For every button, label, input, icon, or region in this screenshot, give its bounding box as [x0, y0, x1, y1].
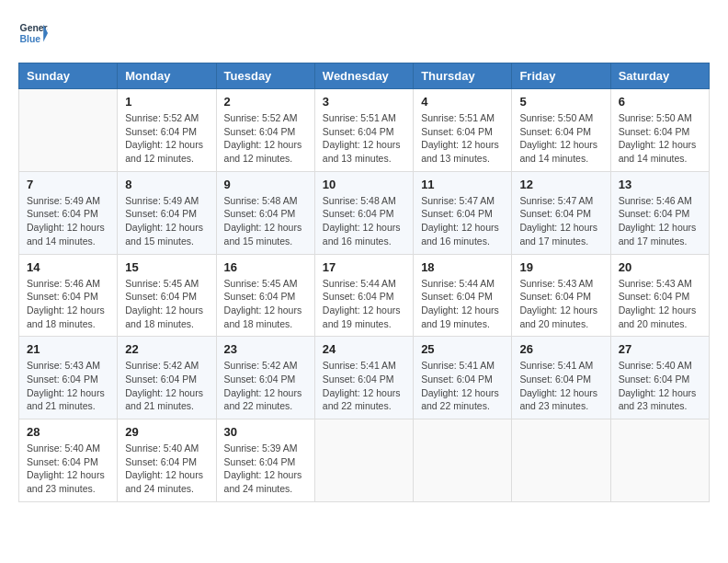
day-info: Sunrise: 5:51 AM Sunset: 6:04 PM Dayligh…: [421, 111, 504, 166]
day-number: 14: [27, 260, 109, 274]
calendar-day-cell: 27Sunrise: 5:40 AM Sunset: 6:04 PM Dayli…: [610, 337, 709, 419]
day-info: Sunrise: 5:39 AM Sunset: 6:04 PM Dayligh…: [224, 442, 307, 496]
calendar-day-cell: 22Sunrise: 5:42 AM Sunset: 6:04 PM Dayli…: [118, 337, 216, 419]
calendar-day-cell: 9Sunrise: 5:48 AM Sunset: 6:04 PM Daylig…: [216, 171, 314, 254]
day-info: Sunrise: 5:49 AM Sunset: 6:04 PM Dayligh…: [125, 194, 208, 248]
calendar-day-cell: 6Sunrise: 5:50 AM Sunset: 6:04 PM Daylig…: [610, 89, 709, 172]
header-thursday: Thursday: [414, 63, 512, 89]
calendar-day-cell: 23Sunrise: 5:42 AM Sunset: 6:04 PM Dayli…: [216, 337, 314, 419]
calendar-day-cell: 18Sunrise: 5:44 AM Sunset: 6:04 PM Dayli…: [414, 254, 512, 337]
day-number: 6: [619, 95, 701, 109]
day-info: Sunrise: 5:42 AM Sunset: 6:04 PM Dayligh…: [125, 359, 208, 413]
day-number: 12: [519, 178, 602, 191]
calendar-week-row: 1Sunrise: 5:52 AM Sunset: 6:04 PM Daylig…: [19, 89, 710, 172]
day-number: 5: [519, 95, 602, 109]
day-number: 30: [224, 425, 307, 439]
day-info: Sunrise: 5:49 AM Sunset: 6:04 PM Dayligh…: [27, 194, 109, 248]
day-info: Sunrise: 5:43 AM Sunset: 6:04 PM Dayligh…: [619, 277, 701, 331]
calendar-day-cell: 14Sunrise: 5:46 AM Sunset: 6:04 PM Dayli…: [19, 254, 118, 337]
day-number: 17: [323, 260, 405, 274]
calendar-day-cell: 24Sunrise: 5:41 AM Sunset: 6:04 PM Dayli…: [314, 337, 413, 419]
calendar-day-cell: 28Sunrise: 5:40 AM Sunset: 6:04 PM Dayli…: [19, 419, 118, 502]
day-number: 27: [619, 342, 701, 356]
calendar-day-cell: 25Sunrise: 5:41 AM Sunset: 6:04 PM Dayli…: [414, 337, 512, 419]
calendar-day-cell: 5Sunrise: 5:50 AM Sunset: 6:04 PM Daylig…: [512, 89, 610, 172]
calendar-day-cell: 20Sunrise: 5:43 AM Sunset: 6:04 PM Dayli…: [610, 254, 709, 337]
day-number: 29: [125, 425, 208, 439]
page-header: General Blue: [18, 18, 710, 48]
header-wednesday: Wednesday: [314, 63, 413, 89]
day-info: Sunrise: 5:50 AM Sunset: 6:04 PM Dayligh…: [519, 111, 602, 166]
day-number: 10: [323, 178, 405, 191]
day-info: Sunrise: 5:42 AM Sunset: 6:04 PM Dayligh…: [224, 359, 307, 413]
calendar-table: SundayMondayTuesdayWednesdayThursdayFrid…: [18, 63, 710, 502]
day-number: 18: [421, 260, 504, 274]
header-monday: Monday: [118, 63, 216, 89]
calendar-day-cell: 19Sunrise: 5:43 AM Sunset: 6:04 PM Dayli…: [512, 254, 610, 337]
svg-text:Blue: Blue: [20, 34, 41, 44]
day-number: 26: [519, 342, 602, 356]
calendar-day-cell: 1Sunrise: 5:52 AM Sunset: 6:04 PM Daylig…: [118, 89, 216, 172]
calendar-day-cell: 8Sunrise: 5:49 AM Sunset: 6:04 PM Daylig…: [118, 171, 216, 254]
calendar-week-row: 7Sunrise: 5:49 AM Sunset: 6:04 PM Daylig…: [19, 171, 710, 254]
empty-cell: [19, 89, 118, 172]
day-info: Sunrise: 5:40 AM Sunset: 6:04 PM Dayligh…: [619, 359, 701, 413]
day-info: Sunrise: 5:47 AM Sunset: 6:04 PM Dayligh…: [421, 194, 504, 248]
day-info: Sunrise: 5:52 AM Sunset: 6:04 PM Dayligh…: [125, 111, 208, 166]
calendar-week-row: 14Sunrise: 5:46 AM Sunset: 6:04 PM Dayli…: [19, 254, 710, 337]
day-info: Sunrise: 5:50 AM Sunset: 6:04 PM Dayligh…: [619, 111, 701, 166]
day-info: Sunrise: 5:46 AM Sunset: 6:04 PM Dayligh…: [619, 194, 701, 248]
day-number: 3: [323, 95, 405, 109]
day-info: Sunrise: 5:41 AM Sunset: 6:04 PM Dayligh…: [519, 359, 602, 413]
header-saturday: Saturday: [610, 63, 709, 89]
day-info: Sunrise: 5:47 AM Sunset: 6:04 PM Dayligh…: [519, 194, 602, 248]
empty-cell: [610, 419, 709, 502]
calendar-day-cell: 7Sunrise: 5:49 AM Sunset: 6:04 PM Daylig…: [19, 171, 118, 254]
calendar-week-row: 21Sunrise: 5:43 AM Sunset: 6:04 PM Dayli…: [19, 337, 710, 419]
day-number: 11: [421, 178, 504, 191]
day-info: Sunrise: 5:51 AM Sunset: 6:04 PM Dayligh…: [323, 111, 405, 166]
day-number: 25: [421, 342, 504, 356]
day-number: 15: [125, 260, 208, 274]
calendar-day-cell: 4Sunrise: 5:51 AM Sunset: 6:04 PM Daylig…: [414, 89, 512, 172]
day-info: Sunrise: 5:44 AM Sunset: 6:04 PM Dayligh…: [421, 277, 504, 331]
calendar-day-cell: 15Sunrise: 5:45 AM Sunset: 6:04 PM Dayli…: [118, 254, 216, 337]
empty-cell: [414, 419, 512, 502]
day-number: 16: [224, 260, 307, 274]
calendar-day-cell: 29Sunrise: 5:40 AM Sunset: 6:04 PM Dayli…: [118, 419, 216, 502]
calendar-day-cell: 13Sunrise: 5:46 AM Sunset: 6:04 PM Dayli…: [610, 171, 709, 254]
header-tuesday: Tuesday: [216, 63, 314, 89]
day-number: 13: [619, 178, 701, 191]
day-info: Sunrise: 5:41 AM Sunset: 6:04 PM Dayligh…: [323, 359, 405, 413]
day-number: 9: [224, 178, 307, 191]
day-number: 4: [421, 95, 504, 109]
calendar-day-cell: 26Sunrise: 5:41 AM Sunset: 6:04 PM Dayli…: [512, 337, 610, 419]
calendar-day-cell: 17Sunrise: 5:44 AM Sunset: 6:04 PM Dayli…: [314, 254, 413, 337]
calendar-day-cell: 11Sunrise: 5:47 AM Sunset: 6:04 PM Dayli…: [414, 171, 512, 254]
empty-cell: [512, 419, 610, 502]
day-number: 22: [125, 342, 208, 356]
day-info: Sunrise: 5:46 AM Sunset: 6:04 PM Dayligh…: [27, 277, 109, 331]
day-info: Sunrise: 5:45 AM Sunset: 6:04 PM Dayligh…: [125, 277, 208, 331]
calendar-header-row: SundayMondayTuesdayWednesdayThursdayFrid…: [19, 63, 710, 89]
day-number: 23: [224, 342, 307, 356]
day-number: 2: [224, 95, 307, 109]
day-number: 20: [619, 260, 701, 274]
calendar-day-cell: 16Sunrise: 5:45 AM Sunset: 6:04 PM Dayli…: [216, 254, 314, 337]
day-info: Sunrise: 5:48 AM Sunset: 6:04 PM Dayligh…: [224, 194, 307, 248]
calendar-day-cell: 30Sunrise: 5:39 AM Sunset: 6:04 PM Dayli…: [216, 419, 314, 502]
day-info: Sunrise: 5:44 AM Sunset: 6:04 PM Dayligh…: [323, 277, 405, 331]
calendar-day-cell: 2Sunrise: 5:52 AM Sunset: 6:04 PM Daylig…: [216, 89, 314, 172]
day-number: 19: [519, 260, 602, 274]
day-number: 24: [323, 342, 405, 356]
empty-cell: [314, 419, 413, 502]
day-info: Sunrise: 5:40 AM Sunset: 6:04 PM Dayligh…: [27, 442, 109, 496]
day-info: Sunrise: 5:43 AM Sunset: 6:04 PM Dayligh…: [519, 277, 602, 331]
calendar-day-cell: 10Sunrise: 5:48 AM Sunset: 6:04 PM Dayli…: [314, 171, 413, 254]
day-number: 1: [125, 95, 208, 109]
day-info: Sunrise: 5:40 AM Sunset: 6:04 PM Dayligh…: [125, 442, 208, 496]
calendar-day-cell: 3Sunrise: 5:51 AM Sunset: 6:04 PM Daylig…: [314, 89, 413, 172]
day-info: Sunrise: 5:48 AM Sunset: 6:04 PM Dayligh…: [323, 194, 405, 248]
day-info: Sunrise: 5:41 AM Sunset: 6:04 PM Dayligh…: [421, 359, 504, 413]
calendar-day-cell: 12Sunrise: 5:47 AM Sunset: 6:04 PM Dayli…: [512, 171, 610, 254]
